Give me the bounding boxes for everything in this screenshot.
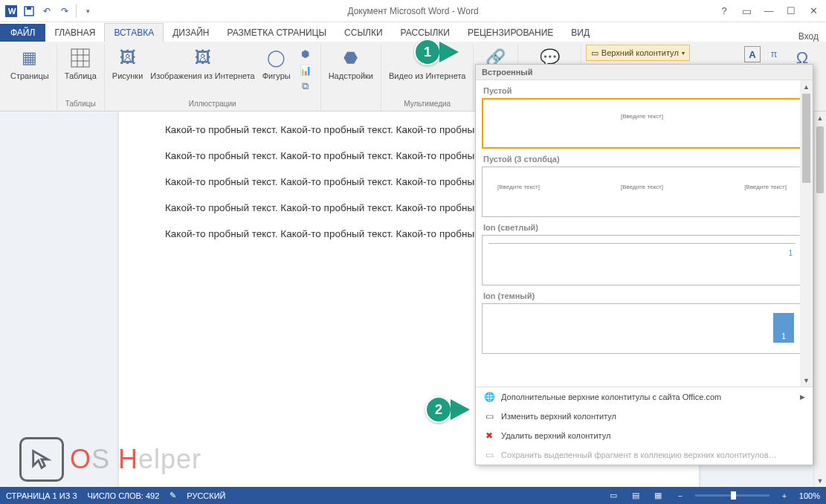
close-icon[interactable]: ✕ xyxy=(805,5,822,16)
scroll-thumb[interactable] xyxy=(802,94,810,183)
online-pictures-button[interactable]: 🖼 Изображения из Интернета xyxy=(147,45,257,82)
edit-header-button[interactable]: ▭ Изменить верхний колонтитул xyxy=(476,407,813,426)
equation-icon[interactable]: π xyxy=(765,46,783,61)
page-number: 1 xyxy=(788,249,793,257)
tab-home[interactable]: ГЛАВНАЯ xyxy=(45,24,104,42)
pages-button[interactable]: ▦ Страницы xyxy=(7,45,52,82)
status-word-count[interactable]: ЧИСЛО СЛОВ: 492 xyxy=(88,491,160,500)
addins-icon: ⬣ xyxy=(339,46,363,70)
zoom-slider[interactable] xyxy=(695,494,769,497)
pictures-label: Рисунки xyxy=(112,71,143,80)
maximize-icon[interactable]: ☐ xyxy=(783,5,799,16)
ribbon-tabs: ФАЙЛ ГЛАВНАЯ ВСТАВКА ДИЗАЙН РАЗМЕТКА СТР… xyxy=(0,22,826,42)
remove-header-button[interactable]: ✖ Удалить верхний колонтитул xyxy=(476,426,813,445)
gallery-item-label: Пустой xyxy=(483,86,802,95)
ribbon-options-icon[interactable]: ▭ xyxy=(738,5,755,17)
save-icon[interactable] xyxy=(21,3,37,19)
annotation-callout-2: 2 xyxy=(425,396,470,423)
tab-review[interactable]: РЕЦЕНЗИРОВАНИЕ xyxy=(459,24,562,42)
gallery-scrollbar[interactable]: ▲ ▼ xyxy=(800,80,813,387)
tab-insert[interactable]: ВСТАВКА xyxy=(104,23,164,42)
header-button[interactable]: ▭ Верхний колонтитул ▾ xyxy=(586,45,690,61)
gallery-item-label: Ion (темный) xyxy=(483,291,802,300)
callout-tail xyxy=(439,42,459,62)
placeholder-text: [Введите текст] xyxy=(497,184,540,190)
titlebar: W ↶ ↷ ▾ Документ Microsoft Word - Word ?… xyxy=(0,0,826,22)
qat-customize-icon[interactable]: ▾ xyxy=(80,3,96,19)
shapes-button[interactable]: ◯ Фигуры xyxy=(259,45,294,82)
watermark-text: OS Helper xyxy=(70,444,201,475)
gallery-item-ion-dark[interactable]: 1 xyxy=(482,303,802,354)
group-tables: Таблица Таблицы xyxy=(57,45,105,111)
annotation-callout-1: 1 xyxy=(414,39,459,65)
tab-view[interactable]: ВИД xyxy=(562,24,598,42)
addins-label: Надстройки xyxy=(329,71,373,80)
gallery-item-ion-light[interactable]: 1 xyxy=(482,235,802,285)
minimize-icon[interactable]: — xyxy=(761,5,777,16)
print-layout-icon[interactable]: ▤ xyxy=(628,491,643,500)
signin-link[interactable]: Вход xyxy=(798,31,819,42)
gallery-item-empty[interactable]: [Введите текст] xyxy=(482,98,802,149)
gallery-scroll: Пустой [Введите текст] Пустой (3 столбца… xyxy=(476,80,813,387)
tab-references[interactable]: ССЫЛКИ xyxy=(335,24,391,42)
word-app-icon[interactable]: W xyxy=(3,3,19,19)
tables-group-label: Таблицы xyxy=(65,98,96,109)
web-layout-icon[interactable]: ▦ xyxy=(651,491,665,500)
addins-button[interactable]: ⬣ Надстройки xyxy=(326,45,376,82)
save-selection-button: ▭ Сохранить выделенный фрагмент в коллек… xyxy=(476,445,813,465)
zoom-in-icon[interactable]: + xyxy=(777,491,792,500)
table-button[interactable]: Таблица xyxy=(62,45,100,82)
zoom-out-icon[interactable]: − xyxy=(673,491,688,500)
office-icon: 🌐 xyxy=(483,391,495,403)
zoom-value[interactable]: 100% xyxy=(799,491,820,500)
status-page[interactable]: СТРАНИЦА 1 ИЗ 3 xyxy=(6,491,77,500)
pictures-icon: 🖼 xyxy=(116,46,140,70)
group-addins: ⬣ Надстройки xyxy=(321,45,381,111)
scroll-up-icon[interactable]: ▲ xyxy=(800,80,813,93)
header-icon: ▭ xyxy=(591,48,598,58)
window-controls: ? ▭ — ☐ ✕ xyxy=(716,5,822,17)
scroll-thumb[interactable] xyxy=(816,126,824,193)
pages-label: Страницы xyxy=(10,71,49,80)
online-pictures-label: Изображения из Интернета xyxy=(150,71,254,80)
status-proofing-icon[interactable]: ✎ xyxy=(170,491,176,500)
redo-icon[interactable]: ↷ xyxy=(57,3,73,19)
textbox-button[interactable]: A xyxy=(744,46,761,62)
cursor-icon xyxy=(19,437,64,482)
gallery-section-builtin: Встроенный xyxy=(476,65,813,80)
gallery-footer: 🌐 Дополнительные верхние колонтитулы с с… xyxy=(476,387,813,465)
pictures-button[interactable]: 🖼 Рисунки xyxy=(109,45,146,82)
smartart-icon[interactable]: ⬢ xyxy=(297,46,314,61)
scroll-up-icon[interactable]: ▲ xyxy=(814,112,826,124)
media-group-label: Мультимедиа xyxy=(404,98,451,109)
save-selection-icon: ▭ xyxy=(483,449,495,461)
help-icon[interactable]: ? xyxy=(716,5,732,16)
table-label: Таблица xyxy=(65,71,97,80)
zoom-thumb[interactable] xyxy=(731,491,736,500)
gallery-item-3col[interactable]: [Введите текст] [Введите текст] [Введите… xyxy=(482,167,802,217)
vertical-scrollbar[interactable]: ▲ ▼ xyxy=(813,112,826,487)
pages-icon: ▦ xyxy=(18,46,42,70)
gallery-item-label: Ion (светлый) xyxy=(483,223,802,232)
more-label: Дополнительные верхние колонтитулы с сай… xyxy=(501,392,721,401)
page-number-box: 1 xyxy=(773,313,794,343)
tab-design[interactable]: ДИЗАЙН xyxy=(164,24,218,42)
more-from-office-button[interactable]: 🌐 Дополнительные верхние колонтитулы с с… xyxy=(476,387,813,407)
scroll-down-icon[interactable]: ▼ xyxy=(814,474,826,487)
read-mode-icon[interactable]: ▭ xyxy=(606,491,621,500)
chevron-right-icon: ▶ xyxy=(800,393,805,401)
tab-file[interactable]: ФАЙЛ xyxy=(0,24,45,42)
table-icon xyxy=(68,46,92,70)
tab-layout[interactable]: РАЗМЕТКА СТРАНИЦЫ xyxy=(219,24,336,42)
edit-label: Изменить верхний колонтитул xyxy=(501,412,616,421)
separator xyxy=(76,4,77,18)
chart-icon[interactable]: 📊 xyxy=(297,62,314,77)
remove-header-icon: ✖ xyxy=(483,430,495,442)
svg-rect-4 xyxy=(71,49,89,67)
watermark-logo: OS Helper xyxy=(19,437,201,482)
online-pictures-icon: 🖼 xyxy=(191,46,215,70)
scroll-down-icon[interactable]: ▼ xyxy=(800,374,813,387)
status-language[interactable]: РУССКИЙ xyxy=(187,491,225,500)
screenshot-icon[interactable]: ⧉ xyxy=(297,79,314,94)
undo-icon[interactable]: ↶ xyxy=(39,3,55,19)
